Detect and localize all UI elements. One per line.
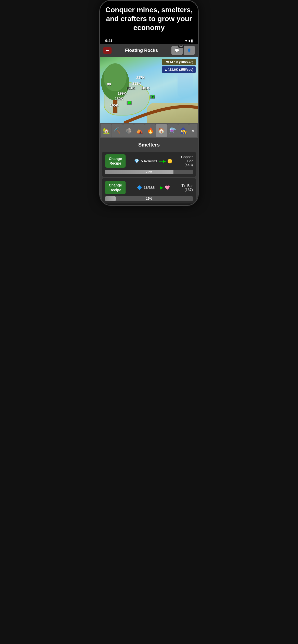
back-button[interactable]: ⬅ (103, 47, 112, 54)
smelter-card-1: ChangeRecipe 💎 5.47K/331 —▶ 🟡 CopperBar(… (102, 152, 196, 177)
output-icon-2: 🩷 (165, 185, 170, 190)
app-title: Floating Rocks (125, 48, 158, 53)
smelter-row-1: ChangeRecipe 💎 5.47K/331 —▶ 🟡 CopperBar(… (105, 154, 193, 168)
output-info-1: CopperBar(448) (181, 155, 193, 167)
game-map[interactable]: ₩14.1K (106/sec) ▲423.6K (255/sec) 237K … (100, 57, 198, 123)
tab-upgrade[interactable]: 🏠 (156, 124, 167, 137)
progress-bar-1: 78% (105, 170, 193, 174)
app-header: ⬅ Floating Rocks 💬 100 👤 (100, 44, 198, 57)
wifi-icon: ▾ (185, 39, 187, 43)
output-icon-1: 🟡 (167, 159, 172, 164)
input-amount-2: 16/385 (144, 186, 155, 190)
tab-magic[interactable]: ⚗️ (167, 124, 178, 137)
promo-header: Conquer mines, smelters, and crafters to… (100, 1, 198, 37)
status-time: 9:41 (105, 39, 112, 43)
tab-rocks[interactable]: 🪨 (123, 124, 134, 137)
change-recipe-button-2[interactable]: ChangeRecipe (105, 181, 126, 194)
input-icon-2: 🔷 (137, 185, 142, 190)
profile-icon: 👤 (187, 48, 191, 52)
section-title: Smelters (100, 138, 198, 150)
input-icon-1: 💎 (134, 159, 139, 164)
chat-button[interactable]: 💬 100 (171, 46, 183, 55)
arrow-2: —▶ (156, 185, 163, 190)
progress-text-1: 78% (105, 170, 193, 174)
battery-icon: ▮ (191, 39, 193, 43)
status-bar: 9:41 ▾ ◂ ▮ (100, 37, 198, 44)
smelter-row-2: ChangeRecipe 🔷 16/385 —▶ 🩷 Tin Bar(137) (105, 181, 193, 194)
phone-container: Conquer mines, smelters, and crafters to… (99, 0, 199, 206)
profile-button[interactable]: 👤 (184, 46, 195, 55)
progress-bar-2: 12% (105, 196, 193, 201)
arrow-1: —▶ (159, 159, 166, 164)
tab-wizard[interactable]: 🧙 (178, 124, 189, 137)
chat-icon: 💬 (175, 48, 179, 52)
content-area: Smelters ChangeRecipe 💎 5.47K/331 —▶ 🟡 C… (100, 138, 198, 203)
change-recipe-label-2: ChangeRecipe (109, 183, 122, 192)
tab-camp[interactable]: ⛺ (134, 124, 145, 137)
tab-expand-button[interactable]: ∨ (189, 124, 197, 137)
change-recipe-label-1: ChangeRecipe (109, 157, 122, 165)
bridge-svg (100, 57, 198, 123)
chat-badge: 100 (178, 45, 184, 48)
smelter-card-2: ChangeRecipe 🔷 16/385 —▶ 🩷 Tin Bar(137) … (102, 178, 196, 203)
promo-title: Conquer mines, smelters, and crafters to… (105, 6, 193, 32)
header-icons: 💬 100 👤 (171, 46, 195, 55)
progress-text-2: 12% (105, 196, 193, 201)
input-amount-1: 5.47K/331 (141, 159, 157, 163)
smelter-info-2: 🔷 16/385 —▶ 🩷 (126, 185, 181, 190)
tab-house[interactable]: 🏡 (101, 124, 112, 137)
tab-mine[interactable]: ⛏️ (112, 124, 123, 137)
output-info-2: Tin Bar(137) (181, 184, 193, 192)
tab-forge[interactable]: 🔥 (145, 124, 156, 137)
change-recipe-button-1[interactable]: ChangeRecipe (105, 154, 126, 168)
smelter-info-1: 💎 5.47K/331 —▶ 🟡 (126, 159, 181, 164)
tab-bar: 🏡 ⛏️ 🪨 ⛺ 🔥 🏠 ⚗️ 🧙 ∨ (100, 123, 198, 138)
status-icons: ▾ ◂ ▮ (185, 39, 193, 43)
signal-icon: ◂ (188, 39, 190, 43)
back-arrow-icon: ⬅ (106, 48, 109, 53)
